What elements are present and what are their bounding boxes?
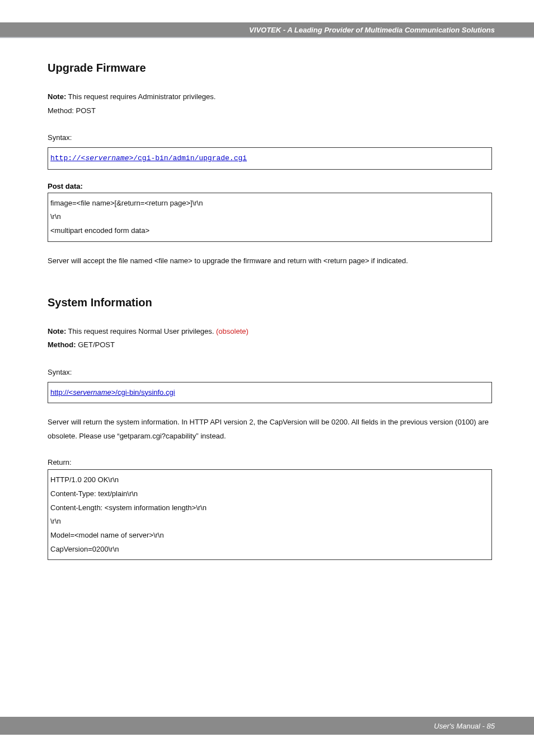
- url-servername: servername: [85, 154, 129, 162]
- return-line6: CapVersion=0200\r\n: [50, 543, 489, 557]
- section1-postdata-box: fimage=<file name>[&return=<return page>…: [48, 193, 492, 242]
- section1-postdata-label: Post data:: [48, 182, 492, 190]
- section1-note: Note: This request requires Administrato…: [48, 90, 492, 104]
- section2-return-box: HTTP/1.0 200 OK\r\n Content-Type: text/p…: [48, 469, 492, 560]
- return-line2: Content-Type: text/plain\r\n: [50, 487, 489, 501]
- url-post: >/cgi-bin/admin/upgrade.cgi: [129, 154, 247, 162]
- footer-bar: User's Manual - 85: [0, 717, 534, 735]
- return-line5: Model=<model name of server>\r\n: [50, 529, 489, 543]
- section2-note: Note: This request requires Normal User …: [48, 325, 492, 339]
- section1-syntax-box: http://<servername>/cgi-bin/admin/upgrad…: [48, 147, 492, 170]
- url2-pre: http://<: [50, 388, 73, 396]
- url-pre: http://<: [50, 154, 85, 162]
- note-obsolete: (obsolete): [216, 327, 249, 335]
- postdata-line2: \r\n: [50, 210, 489, 224]
- section2-syntax-label: Syntax:: [48, 366, 492, 380]
- url2-servername: servername: [73, 388, 111, 396]
- footer-text: User's Manual - 85: [434, 722, 495, 730]
- section2-title: System Information: [48, 296, 492, 309]
- return-line3: Content-Length: <system information leng…: [50, 501, 489, 515]
- section1-desc: Server will accept the file named <file …: [48, 254, 492, 268]
- note-label: Note:: [48, 92, 66, 101]
- postdata-line3: <multipart encoded form data>: [50, 224, 489, 238]
- postdata-line1: fimage=<file name>[&return=<return page>…: [50, 197, 489, 211]
- return-line4: \r\n: [50, 515, 489, 529]
- header-title: VIVOTEK - A Leading Provider of Multimed…: [249, 26, 495, 34]
- url2-post: >/cgi-bin/sysinfo.cgi: [111, 388, 175, 396]
- method-label-2: Method:: [48, 340, 76, 349]
- content-area: Upgrade Firmware Note: This request requ…: [48, 62, 492, 560]
- return-line1: HTTP/1.0 200 OK\r\n: [50, 473, 489, 487]
- note-text: This request requires Administrator priv…: [66, 92, 216, 101]
- header-bar: VIVOTEK - A Leading Provider of Multimed…: [0, 22, 534, 37]
- section2-desc: Server will return the system informatio…: [48, 416, 492, 443]
- section1-title: Upgrade Firmware: [48, 62, 492, 74]
- section1-method: Method: POST: [48, 104, 492, 118]
- section2-syntax-box: http://<servername>/cgi-bin/sysinfo.cgi: [48, 382, 492, 404]
- section1-syntax-label: Syntax:: [48, 131, 492, 145]
- note-text-2: This request requires Normal User privil…: [66, 327, 216, 335]
- section2-syntax-url[interactable]: http://<servername>/cgi-bin/sysinfo.cgi: [50, 388, 175, 396]
- note-label-2: Note:: [48, 327, 66, 335]
- section1-syntax-url[interactable]: http://<servername>/cgi-bin/admin/upgrad…: [50, 154, 247, 162]
- section2-method: Method: GET/POST: [48, 338, 492, 352]
- section2-return-label: Return:: [48, 456, 492, 470]
- header-underline: [0, 37, 534, 38]
- page: VIVOTEK - A Leading Provider of Multimed…: [0, 0, 534, 756]
- method-text-2: GET/POST: [76, 340, 115, 349]
